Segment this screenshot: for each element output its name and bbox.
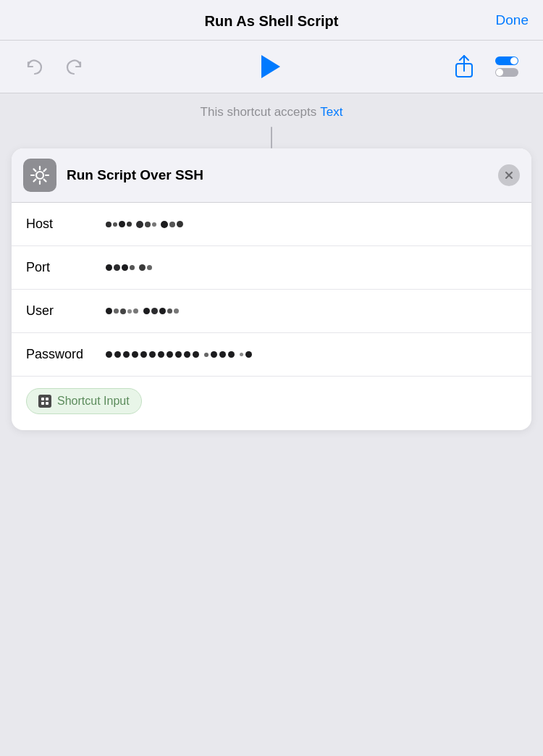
- host-value[interactable]: [106, 221, 517, 228]
- done-button[interactable]: Done: [496, 9, 529, 31]
- svg-point-5: [496, 69, 503, 76]
- undo-icon: [23, 56, 45, 77]
- settings-toggle-button[interactable]: [491, 54, 523, 80]
- header: Run As Shell Script Done: [0, 0, 543, 41]
- toolbar-left: [20, 53, 88, 80]
- play-button[interactable]: [258, 55, 280, 78]
- page-title: Run As Shell Script: [205, 13, 339, 30]
- accepts-banner: This shortcut accepts Text: [0, 93, 543, 119]
- card-gear-icon: [23, 159, 56, 192]
- toolbar-right: [450, 51, 523, 83]
- close-button[interactable]: [498, 164, 520, 186]
- shortcut-input-button[interactable]: Shortcut Input: [26, 388, 142, 414]
- password-mask: [106, 351, 252, 358]
- card-wrapper: Run Script Over SSH Host: [0, 148, 543, 445]
- redo-icon: [64, 56, 85, 77]
- accepts-type[interactable]: Text: [320, 105, 342, 119]
- redo-button[interactable]: [61, 53, 88, 80]
- connector-line: [271, 127, 272, 148]
- password-row: Password: [12, 333, 531, 377]
- play-icon: [261, 55, 280, 78]
- svg-rect-12: [46, 402, 49, 405]
- port-value[interactable]: [106, 264, 517, 271]
- host-row: Host: [12, 203, 531, 246]
- settings-toggle-icon: [491, 54, 523, 80]
- port-mask: [106, 264, 152, 271]
- accepts-prefix: This shortcut accepts: [201, 105, 317, 119]
- user-mask: [106, 308, 179, 314]
- host-mask: [106, 221, 183, 228]
- card-title: Run Script Over SSH: [67, 167, 498, 183]
- undo-button[interactable]: [20, 53, 48, 80]
- card: Run Script Over SSH Host: [12, 148, 531, 430]
- connector: [0, 119, 543, 148]
- svg-point-6: [36, 172, 43, 179]
- svg-point-3: [510, 57, 518, 64]
- shortcut-icon: [38, 395, 51, 408]
- svg-rect-10: [46, 398, 49, 400]
- user-row: User: [12, 290, 531, 333]
- svg-rect-11: [41, 402, 44, 405]
- user-label: User: [26, 303, 106, 319]
- password-value[interactable]: [106, 351, 517, 358]
- user-value[interactable]: [106, 308, 517, 314]
- share-button[interactable]: [450, 51, 478, 83]
- password-label: Password: [26, 347, 106, 362]
- close-icon: [505, 171, 513, 180]
- svg-rect-9: [41, 398, 44, 400]
- port-label: Port: [26, 260, 106, 275]
- shortcut-input-label: Shortcut Input: [57, 395, 130, 408]
- host-label: Host: [26, 217, 106, 232]
- share-icon: [453, 54, 475, 80]
- shortcut-area: Shortcut Input: [12, 377, 531, 430]
- toolbar: [0, 41, 543, 93]
- port-row: Port: [12, 246, 531, 290]
- card-header: Run Script Over SSH: [12, 148, 531, 203]
- gear-icon: [30, 165, 50, 185]
